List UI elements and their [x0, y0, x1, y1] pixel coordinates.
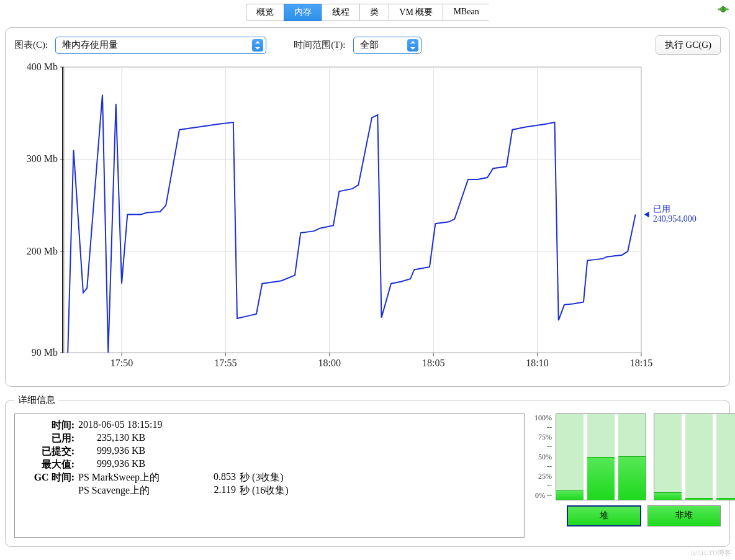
- tab-bar: 概览 内存 线程 类 VM 概要 MBean: [0, 0, 735, 24]
- svg-text:200 Mb: 200 Mb: [27, 246, 58, 256]
- gc1-collector: PS MarkSweep上的: [78, 471, 190, 484]
- used-label: 已用:: [22, 432, 78, 445]
- tab-overview[interactable]: 概览: [246, 4, 284, 21]
- time-label: 时间:: [22, 419, 78, 432]
- tab-memory[interactable]: 内存: [284, 4, 322, 21]
- heap-button[interactable]: 堆: [567, 505, 641, 526]
- tick-75: 75% --: [534, 433, 552, 451]
- svg-rect-2: [723, 7, 724, 12]
- svg-text:18:10: 18:10: [526, 358, 548, 368]
- updown-icon: [252, 39, 263, 52]
- time-range-value: 全部: [360, 39, 379, 51]
- svg-text:17:50: 17:50: [110, 358, 133, 368]
- max-value: 999,936 KB: [78, 458, 145, 471]
- heap-bar-2[interactable]: [618, 414, 646, 500]
- heap-bars[interactable]: [556, 413, 646, 500]
- used-value: 235,130 KB: [78, 432, 145, 445]
- memory-usage-chart: 90 Mb200 Mb300 Mb400 Mb17:5017:5518:0018…: [14, 61, 722, 377]
- chart-select-value: 堆内存使用量: [62, 39, 118, 51]
- gc1-suffix: 秒 (3收集): [240, 471, 284, 484]
- tick-100: 100% --: [534, 413, 552, 432]
- time-range-select[interactable]: 全部: [353, 37, 422, 54]
- nonheap-bar-2[interactable]: [716, 414, 735, 500]
- time-range-label: 时间范围(T):: [294, 39, 345, 51]
- svg-text:18:05: 18:05: [422, 358, 444, 368]
- svg-text:18:00: 18:00: [318, 358, 341, 368]
- svg-text:已用: 已用: [653, 204, 670, 214]
- nonheap-bars[interactable]: [654, 413, 735, 500]
- svg-text:18:15: 18:15: [630, 358, 652, 368]
- committed-label: 已提交:: [22, 445, 78, 458]
- tick-50: 50% --: [534, 453, 552, 471]
- nonheap-bar-0[interactable]: [654, 414, 682, 500]
- time-value: 2018-06-05 18:15:19: [78, 419, 163, 432]
- perform-gc-button[interactable]: 执行 GC(G): [656, 35, 721, 55]
- chart-panel: 图表(C): 堆内存使用量 时间范围(T): 全部 执行 GC(G) 90 Mb…: [5, 27, 730, 387]
- svg-text:240,954,000: 240,954,000: [653, 214, 697, 224]
- details-legend: 详细信息: [14, 394, 59, 406]
- tab-threads[interactable]: 线程: [322, 4, 359, 21]
- svg-text:90 Mb: 90 Mb: [32, 347, 58, 358]
- svg-text:400 Mb: 400 Mb: [27, 61, 58, 72]
- svg-text:17:55: 17:55: [214, 358, 237, 368]
- max-label: 最大值:: [22, 458, 78, 471]
- committed-value: 999,936 KB: [78, 445, 145, 458]
- details-fieldset: 详细信息 时间:2018-06-05 18:15:19 已用:235,130 K…: [5, 394, 730, 547]
- svg-rect-3: [64, 67, 641, 353]
- svg-text:300 Mb: 300 Mb: [27, 153, 58, 164]
- memory-pools: 100% -- 75% -- 50% -- 25% -- 0% --: [534, 413, 721, 538]
- gc2-seconds: 2.119: [190, 484, 240, 497]
- tab-classes[interactable]: 类: [359, 4, 389, 21]
- nonheap-button[interactable]: 非堆: [647, 505, 721, 526]
- connection-status-icon: [718, 5, 729, 14]
- tab-mbean[interactable]: MBean: [443, 4, 489, 21]
- details-table: 时间:2018-06-05 18:15:19 已用:235,130 KB 已提交…: [14, 413, 525, 538]
- nonheap-bar-1[interactable]: [685, 414, 713, 500]
- gc2-collector: PS Scavenge上的: [78, 484, 190, 497]
- heap-bar-1[interactable]: [587, 414, 615, 500]
- chart-select[interactable]: 堆内存使用量: [55, 37, 266, 54]
- controls-row: 图表(C): 堆内存使用量 时间范围(T): 全部 执行 GC(G): [14, 35, 721, 55]
- tick-0: 0% --: [534, 491, 552, 500]
- watermark: @51CTO博客: [691, 548, 731, 558]
- tick-25: 25% --: [534, 472, 552, 490]
- tab-vm-summary[interactable]: VM 概要: [389, 4, 443, 21]
- chart-select-label: 图表(C):: [14, 39, 48, 51]
- heap-bar-0[interactable]: [556, 414, 584, 500]
- gc1-seconds: 0.853: [190, 471, 240, 484]
- gc-time-label: GC 时间:: [22, 471, 78, 484]
- updown-icon: [407, 39, 418, 52]
- gc2-suffix: 秒 (16收集): [240, 484, 289, 497]
- mini-ticks: 100% -- 75% -- 50% -- 25% -- 0% --: [534, 413, 552, 500]
